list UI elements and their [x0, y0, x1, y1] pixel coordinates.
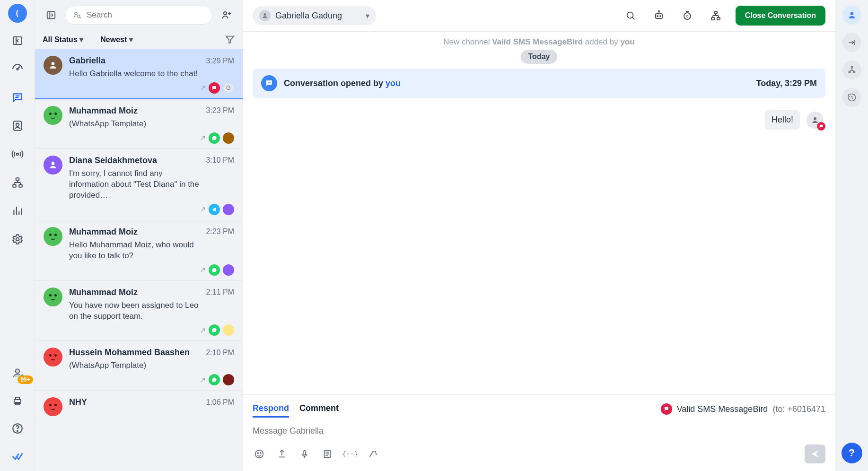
conversation-item[interactable]: Muhammad Moiz 3:23 PM (WhatsApp Template… — [35, 99, 243, 149]
workspace-initial: ( — [16, 9, 18, 17]
help-bubble-button[interactable]: ? — [842, 443, 862, 463]
history-button[interactable] — [842, 88, 861, 107]
conversation-item[interactable]: NHY 1:06 PM — [35, 391, 243, 421]
svg-line-3 — [18, 67, 20, 69]
agent-avatar — [223, 374, 234, 385]
agent-avatar: G — [223, 82, 234, 94]
reports-icon[interactable] — [7, 201, 28, 221]
conversation-item[interactable]: Hussein Mohammed Baashen 2:10 PM (WhatsA… — [35, 341, 243, 391]
svg-point-30 — [78, 15, 80, 17]
svg-point-61 — [255, 450, 263, 458]
message-sender-avatar — [807, 112, 824, 129]
workflow-icon[interactable] — [7, 172, 28, 193]
contact-selector-label: Gabriella Gadung — [275, 11, 342, 21]
workflow-status-button[interactable] — [842, 61, 861, 79]
svg-point-58 — [269, 82, 270, 83]
svg-point-39 — [627, 12, 633, 18]
message-row: Hello! — [253, 110, 824, 130]
svg-point-62 — [257, 453, 258, 454]
svg-point-32 — [224, 12, 227, 15]
conversation-preview: Hello Gabriella welcome to the chat! — [69, 69, 201, 79]
new-conversation-button[interactable] — [218, 7, 235, 24]
message-input[interactable] — [253, 422, 825, 440]
svg-rect-27 — [47, 12, 55, 19]
conversation-item[interactable]: Gabriella 3:29 PM Hello Gabriella welcom… — [35, 49, 243, 99]
snooze-button[interactable]: Z — [679, 7, 696, 24]
svg-line-82 — [852, 98, 853, 99]
filter-icon[interactable] — [225, 34, 235, 44]
emoji-button[interactable] — [253, 447, 266, 461]
messages-icon[interactable] — [7, 87, 28, 108]
contact-name: Muhammad Moiz — [69, 106, 138, 116]
channel-whatsapp-icon — [209, 264, 220, 276]
search-input-wrapper[interactable] — [65, 6, 212, 25]
conversation-time: 3:29 PM — [206, 57, 234, 65]
contact-avatar-small — [259, 10, 271, 21]
close-conversation-button[interactable]: Close Conversation — [736, 6, 825, 26]
contact-avatar — [44, 227, 62, 246]
contacts-icon[interactable] — [7, 115, 28, 136]
composer: Respond Comment Valid SMS MessageBird (t… — [243, 394, 835, 471]
contact-avatar — [44, 56, 62, 75]
right-rail: ? — [835, 0, 868, 471]
workspace-avatar[interactable]: ( — [8, 4, 27, 23]
banner-time: Today, 3:29 PM — [756, 78, 817, 88]
conversation-time: 3:23 PM — [206, 106, 234, 115]
conversation-preview: (WhatsApp Template) — [69, 119, 201, 130]
collapse-list-button[interactable] — [43, 7, 60, 24]
search-chat-button[interactable] — [622, 7, 639, 24]
contact-avatar — [44, 156, 62, 174]
agent-avatar — [223, 324, 234, 336]
svg-point-44 — [657, 16, 658, 17]
svg-point-20 — [16, 238, 19, 241]
help-icon[interactable] — [7, 418, 28, 439]
svg-point-60 — [814, 117, 816, 120]
svg-point-8 — [16, 153, 18, 155]
tab-comment[interactable]: Comment — [299, 401, 339, 418]
variable-button[interactable]: {··} — [343, 447, 357, 461]
contact-info-button[interactable] — [842, 6, 861, 25]
outbound-arrow-icon: ↗ — [200, 265, 206, 274]
check-icon[interactable] — [7, 445, 28, 466]
dashboard-icon[interactable] — [7, 59, 28, 79]
conversation-item[interactable]: Diana Seidakhmetova 3:10 PM I'm sorry, I… — [35, 149, 243, 220]
send-button[interactable] — [805, 445, 825, 463]
voice-button[interactable] — [298, 447, 311, 461]
assign-button[interactable] — [707, 7, 724, 24]
tab-respond[interactable]: Respond — [253, 401, 289, 418]
settings-icon[interactable] — [7, 229, 28, 250]
search-input[interactable] — [86, 10, 205, 20]
bot-button[interactable] — [650, 7, 667, 24]
contact-avatar — [44, 348, 62, 366]
left-rail: ( 99+ — [0, 0, 35, 471]
conversation-time: 2:10 PM — [206, 349, 234, 357]
panel-toggle-icon[interactable] — [7, 30, 28, 51]
conversation-preview: You have now been assigned to Leo on the… — [69, 300, 201, 322]
channel-chip[interactable]: Valid SMS MessageBird (to: +6016471 — [661, 403, 825, 415]
contact-name: NHY — [69, 397, 87, 407]
outbound-arrow-icon: ↗ — [200, 83, 206, 92]
agent-avatar — [223, 264, 234, 276]
conversation-item[interactable]: Muhammad Moiz 2:23 PM Hello Muhammad Moi… — [35, 220, 243, 281]
conversation-preview: Hello Muhammad Moiz, who would you like … — [69, 240, 201, 262]
broadcast-icon[interactable] — [7, 144, 28, 165]
channel-sms-icon — [209, 82, 220, 94]
contact-selector[interactable]: Gabriella Gadung ▾ — [253, 6, 376, 25]
contact-name: Gabriella — [69, 56, 105, 66]
agent-status-icon[interactable]: 99+ — [11, 367, 24, 379]
svg-line-80 — [852, 70, 854, 71]
snippets-button[interactable] — [321, 447, 334, 461]
filter-sort-dropdown[interactable]: Newest ▾ — [100, 35, 132, 44]
conversation-time: 2:11 PM — [206, 288, 234, 297]
outbound-arrow-icon: ↗ — [200, 326, 206, 335]
printer-icon[interactable] — [7, 391, 28, 411]
filter-status-dropdown[interactable]: All Status ▾ — [43, 35, 83, 44]
attach-button[interactable] — [275, 447, 289, 461]
ai-button[interactable] — [366, 447, 379, 461]
shortcut-button[interactable] — [842, 33, 861, 52]
svg-point-71 — [375, 452, 376, 453]
conversation-item[interactable]: Muhammad Moiz 2:11 PM You have now been … — [35, 281, 243, 341]
contact-avatar — [44, 106, 62, 125]
channel-to: (to: +6016471 — [772, 404, 825, 414]
channel-whatsapp-icon — [209, 132, 220, 144]
